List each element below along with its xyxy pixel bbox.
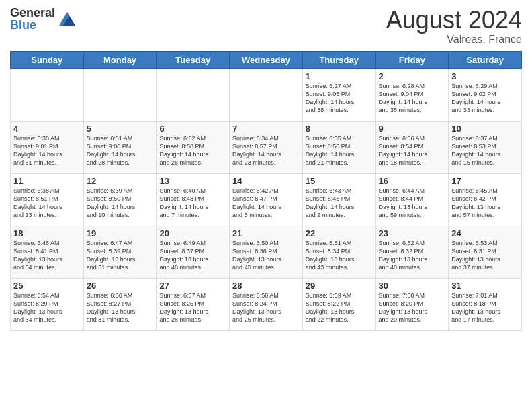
week-row-4: 18Sunrise: 6:46 AM Sunset: 8:41 PM Dayli… [11,226,522,278]
day-info: Sunrise: 6:34 AM Sunset: 8:57 PM Dayligh… [232,134,300,167]
weekday-header-friday: Friday [375,51,449,68]
day-cell: 9Sunrise: 6:36 AM Sunset: 8:54 PM Daylig… [375,121,449,173]
day-number: 21 [232,228,300,238]
day-info: Sunrise: 6:40 AM Sunset: 8:48 PM Dayligh… [159,187,226,220]
day-info: Sunrise: 6:49 AM Sunset: 8:37 PM Dayligh… [159,239,226,272]
day-cell: 23Sunrise: 6:52 AM Sunset: 8:32 PM Dayli… [375,226,449,278]
day-number: 3 [451,71,519,81]
logo: General Blue [10,7,75,31]
day-info: Sunrise: 6:32 AM Sunset: 8:58 PM Dayligh… [159,134,226,167]
title-block: August 2024 Valreas, France [386,7,522,46]
day-cell: 8Sunrise: 6:35 AM Sunset: 8:56 PM Daylig… [302,121,375,173]
day-info: Sunrise: 6:58 AM Sunset: 8:24 PM Dayligh… [232,291,300,324]
day-number: 7 [232,124,300,134]
week-row-1: 1Sunrise: 6:27 AM Sunset: 9:05 PM Daylig… [11,68,522,121]
day-number: 26 [87,281,154,291]
day-cell: 31Sunrise: 7:01 AM Sunset: 8:18 PM Dayli… [449,278,522,330]
day-cell: 15Sunrise: 6:43 AM Sunset: 8:45 PM Dayli… [302,173,375,226]
day-info: Sunrise: 7:00 AM Sunset: 8:20 PM Dayligh… [379,291,446,324]
day-cell: 4Sunrise: 6:30 AM Sunset: 9:01 PM Daylig… [11,121,84,173]
day-info: Sunrise: 6:50 AM Sunset: 8:36 PM Dayligh… [232,239,300,272]
day-number: 12 [87,176,154,186]
day-cell: 25Sunrise: 6:54 AM Sunset: 8:29 PM Dayli… [11,278,84,330]
day-number: 30 [379,281,446,291]
day-number: 24 [451,228,519,238]
day-number: 14 [232,176,300,186]
day-number: 4 [13,124,81,134]
page: General Blue August 2024 Valreas, France… [0,0,532,411]
day-number: 31 [451,281,519,291]
weekday-header-thursday: Thursday [302,51,375,68]
day-number: 2 [379,71,446,81]
day-number: 6 [159,124,226,134]
day-cell: 10Sunrise: 6:37 AM Sunset: 8:53 PM Dayli… [449,121,522,173]
day-info: Sunrise: 6:44 AM Sunset: 8:44 PM Dayligh… [379,187,446,220]
day-info: Sunrise: 6:42 AM Sunset: 8:47 PM Dayligh… [232,187,300,220]
day-info: Sunrise: 6:36 AM Sunset: 8:54 PM Dayligh… [379,134,446,167]
day-number: 13 [159,176,226,186]
day-info: Sunrise: 6:57 AM Sunset: 8:25 PM Dayligh… [159,291,226,324]
weekday-header-tuesday: Tuesday [157,51,230,68]
weekday-header-sunday: Sunday [11,51,84,68]
day-cell [83,68,157,121]
day-cell: 7Sunrise: 6:34 AM Sunset: 8:57 PM Daylig… [230,121,303,173]
day-number: 5 [87,124,154,134]
day-number: 18 [13,228,81,238]
day-cell: 5Sunrise: 6:31 AM Sunset: 9:00 PM Daylig… [83,121,157,173]
logo-blue: Blue [10,19,55,31]
day-number: 20 [159,228,226,238]
day-cell: 13Sunrise: 6:40 AM Sunset: 8:48 PM Dayli… [157,173,230,226]
day-number: 9 [379,124,446,134]
calendar: SundayMondayTuesdayWednesdayThursdayFrid… [10,51,522,331]
weekday-header-monday: Monday [83,51,157,68]
day-cell: 20Sunrise: 6:49 AM Sunset: 8:37 PM Dayli… [157,226,230,278]
weekday-header-saturday: Saturday [449,51,522,68]
week-row-3: 11Sunrise: 6:38 AM Sunset: 8:51 PM Dayli… [11,173,522,226]
day-number: 28 [232,281,300,291]
day-number: 10 [451,124,519,134]
day-info: Sunrise: 6:38 AM Sunset: 8:51 PM Dayligh… [13,187,81,220]
day-info: Sunrise: 6:43 AM Sunset: 8:45 PM Dayligh… [306,187,373,220]
day-info: Sunrise: 6:53 AM Sunset: 8:31 PM Dayligh… [451,239,519,272]
day-cell: 14Sunrise: 6:42 AM Sunset: 8:47 PM Dayli… [230,173,303,226]
day-info: Sunrise: 6:28 AM Sunset: 9:04 PM Dayligh… [379,82,446,115]
day-number: 27 [159,281,226,291]
day-cell: 22Sunrise: 6:51 AM Sunset: 8:34 PM Dayli… [302,226,375,278]
day-number: 23 [379,228,446,238]
week-row-2: 4Sunrise: 6:30 AM Sunset: 9:01 PM Daylig… [11,121,522,173]
day-cell: 26Sunrise: 6:56 AM Sunset: 8:27 PM Dayli… [83,278,157,330]
week-row-5: 25Sunrise: 6:54 AM Sunset: 8:29 PM Dayli… [11,278,522,330]
day-info: Sunrise: 6:52 AM Sunset: 8:32 PM Dayligh… [379,239,446,272]
day-number: 8 [306,124,373,134]
day-number: 22 [306,228,373,238]
day-cell: 16Sunrise: 6:44 AM Sunset: 8:44 PM Dayli… [375,173,449,226]
day-cell: 21Sunrise: 6:50 AM Sunset: 8:36 PM Dayli… [230,226,303,278]
day-info: Sunrise: 6:45 AM Sunset: 8:42 PM Dayligh… [451,187,519,220]
day-cell [230,68,303,121]
day-number: 17 [451,176,519,186]
day-number: 25 [13,281,81,291]
day-info: Sunrise: 6:30 AM Sunset: 9:01 PM Dayligh… [13,134,81,167]
day-info: Sunrise: 6:56 AM Sunset: 8:27 PM Dayligh… [87,291,154,324]
main-title: August 2024 [386,7,522,34]
day-info: Sunrise: 6:51 AM Sunset: 8:34 PM Dayligh… [306,239,373,272]
day-number: 15 [306,176,373,186]
day-cell: 28Sunrise: 6:58 AM Sunset: 8:24 PM Dayli… [230,278,303,330]
day-number: 16 [379,176,446,186]
day-cell: 12Sunrise: 6:39 AM Sunset: 8:50 PM Dayli… [83,173,157,226]
day-info: Sunrise: 6:59 AM Sunset: 8:22 PM Dayligh… [306,291,373,324]
day-info: Sunrise: 6:29 AM Sunset: 9:02 PM Dayligh… [451,82,519,115]
day-info: Sunrise: 6:47 AM Sunset: 8:39 PM Dayligh… [87,239,154,272]
day-info: Sunrise: 6:27 AM Sunset: 9:05 PM Dayligh… [306,82,373,115]
day-cell: 17Sunrise: 6:45 AM Sunset: 8:42 PM Dayli… [449,173,522,226]
weekday-header-wednesday: Wednesday [230,51,303,68]
subtitle: Valreas, France [386,34,522,46]
day-cell: 6Sunrise: 6:32 AM Sunset: 8:58 PM Daylig… [157,121,230,173]
day-number: 11 [13,176,81,186]
day-info: Sunrise: 6:54 AM Sunset: 8:29 PM Dayligh… [13,291,81,324]
day-cell: 2Sunrise: 6:28 AM Sunset: 9:04 PM Daylig… [375,68,449,121]
day-cell: 1Sunrise: 6:27 AM Sunset: 9:05 PM Daylig… [302,68,375,121]
day-cell: 29Sunrise: 6:59 AM Sunset: 8:22 PM Dayli… [302,278,375,330]
day-info: Sunrise: 6:31 AM Sunset: 9:00 PM Dayligh… [87,134,154,167]
day-cell: 30Sunrise: 7:00 AM Sunset: 8:20 PM Dayli… [375,278,449,330]
